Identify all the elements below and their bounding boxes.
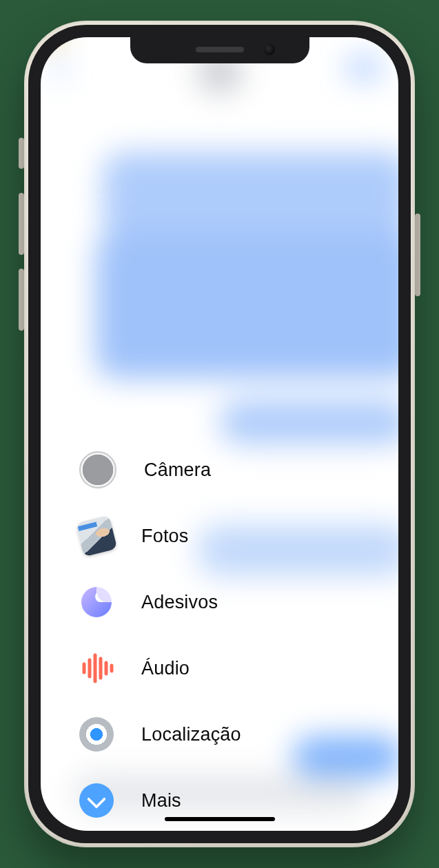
menu-item-camera[interactable]: Câmera (79, 437, 355, 503)
menu-item-more[interactable]: Mais (79, 767, 355, 831)
chevron-down-icon (79, 783, 114, 818)
menu-item-label: Fotos (141, 526, 189, 547)
power-button (415, 214, 420, 296)
phone-screen: Câmera Fotos (41, 37, 398, 831)
menu-item-label: Localização (141, 724, 241, 745)
front-camera (264, 44, 275, 55)
menu-item-stickers[interactable]: Adesivos (79, 569, 355, 635)
camera-icon (79, 451, 116, 488)
volume-up-button (19, 193, 24, 255)
menu-item-location[interactable]: Localização (79, 701, 355, 767)
audio-waveform-icon (79, 651, 114, 685)
menu-item-photos[interactable]: Fotos (79, 503, 355, 569)
volume-down-button (19, 269, 24, 331)
menu-item-label: Áudio (141, 658, 190, 679)
menu-item-label: Adesivos (141, 592, 218, 613)
photos-icon (76, 515, 118, 557)
notch (130, 37, 309, 63)
menu-item-label: Mais (141, 790, 181, 812)
emoji-reaction (41, 37, 63, 47)
phone-frame: Câmera Fotos (24, 21, 415, 847)
back-chevron-icon (52, 57, 65, 79)
message-bubble (103, 152, 398, 240)
location-icon (79, 717, 114, 752)
menu-item-label: Câmera (144, 459, 211, 481)
volume-mute-switch (19, 138, 24, 169)
video-call-icon (348, 57, 380, 79)
message-bubble (96, 232, 398, 378)
home-indicator[interactable] (165, 817, 275, 821)
speaker-grille (196, 47, 244, 52)
attachment-menu: Câmera Fotos (79, 437, 355, 831)
stickers-icon (79, 585, 114, 619)
menu-item-audio[interactable]: Áudio (79, 635, 355, 701)
